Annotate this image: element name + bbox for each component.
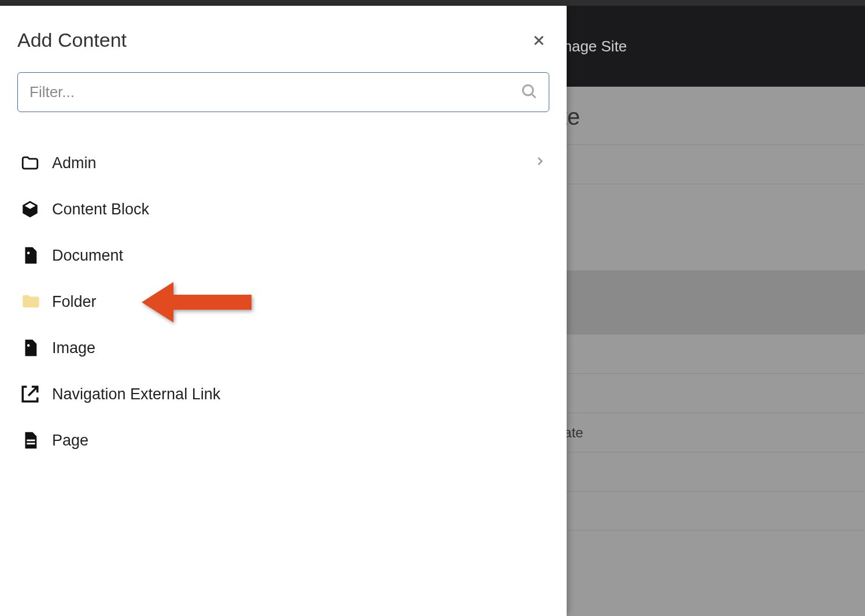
add-content-panel: Add Content Admin Content Block — [0, 6, 567, 616]
file-media-icon — [20, 245, 40, 266]
filter-field-wrap — [17, 72, 549, 112]
svg-point-2 — [27, 344, 30, 347]
list-item-page[interactable]: Page — [17, 417, 549, 463]
page-icon — [20, 430, 40, 451]
content-type-list: Admin Content Block Document Folder — [17, 140, 549, 463]
svg-rect-3 — [27, 440, 35, 441]
svg-rect-4 — [27, 443, 35, 444]
cube-icon — [20, 199, 40, 220]
svg-point-1 — [27, 251, 30, 254]
list-item-label: Admin — [52, 154, 97, 172]
list-item-label: Content Block — [52, 201, 149, 218]
list-item-label: Page — [52, 432, 88, 450]
file-media-icon — [20, 337, 40, 358]
list-item-label: Image — [52, 339, 95, 357]
panel-header: Add Content — [17, 29, 549, 51]
folder-filled-icon — [20, 291, 40, 312]
list-item-label: Navigation External Link — [52, 385, 220, 403]
close-button[interactable] — [528, 30, 549, 51]
list-item-image[interactable]: Image — [17, 325, 549, 371]
browser-chrome-bar — [0, 0, 865, 6]
list-item-admin[interactable]: Admin — [17, 140, 549, 186]
chevron-right-icon — [533, 154, 547, 172]
filter-input[interactable] — [17, 72, 549, 112]
list-item-folder[interactable]: Folder — [17, 279, 549, 325]
list-item-label: Document — [52, 247, 123, 265]
search-icon — [520, 83, 538, 102]
close-icon — [531, 32, 547, 49]
list-item-label: Folder — [52, 293, 97, 311]
folder-outline-icon — [20, 153, 40, 173]
list-item-document[interactable]: Document — [17, 232, 549, 279]
list-item-content-block[interactable]: Content Block — [17, 186, 549, 232]
list-item-nav-external-link[interactable]: Navigation External Link — [17, 371, 549, 417]
panel-title: Add Content — [17, 29, 127, 51]
external-link-icon — [20, 384, 40, 405]
svg-point-0 — [523, 85, 533, 95]
